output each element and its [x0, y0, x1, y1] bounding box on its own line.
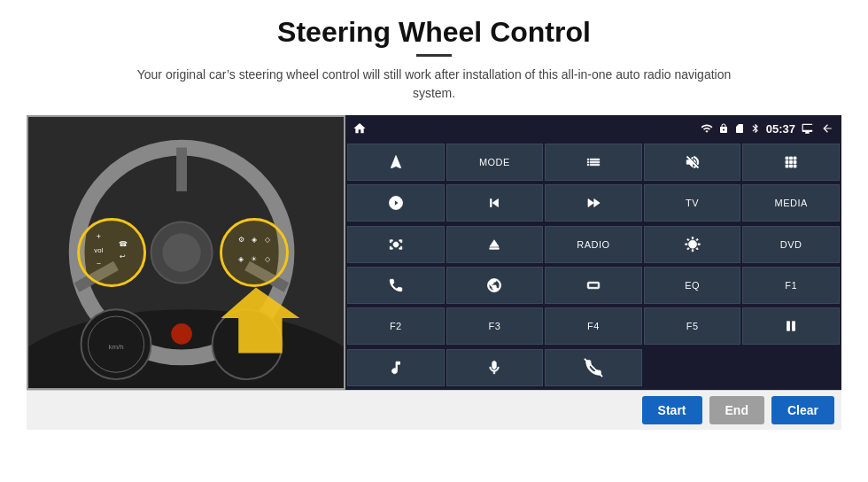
page-title: Steering Wheel Control	[277, 16, 591, 49]
home-icon	[353, 121, 367, 136]
btn-f5[interactable]: F5	[644, 307, 741, 345]
svg-point-25	[171, 323, 192, 345]
svg-point-8	[79, 219, 145, 285]
btn-apps[interactable]	[742, 144, 840, 181]
btn-eject[interactable]	[446, 226, 544, 263]
btn-f3[interactable]: F3	[446, 307, 544, 345]
btn-f2[interactable]: F2	[347, 307, 445, 345]
svg-text:◈: ◈	[238, 255, 244, 263]
btn-empty-1	[644, 349, 741, 386]
btn-empty-2	[742, 349, 840, 386]
clear-button[interactable]: Clear	[771, 396, 834, 424]
lock-icon	[718, 122, 729, 135]
svg-line-27	[585, 359, 602, 377]
svg-text:⚙: ⚙	[238, 236, 244, 244]
sim-icon	[734, 122, 745, 135]
svg-text:↩: ↩	[120, 253, 126, 260]
svg-text:vol: vol	[94, 246, 103, 254]
bluetooth-icon	[750, 122, 761, 135]
svg-text:+: +	[97, 232, 101, 241]
svg-text:◇: ◇	[265, 236, 271, 244]
wifi-icon	[701, 122, 713, 135]
control-panel: 05:37 MODE	[345, 115, 841, 390]
btn-fast-forward[interactable]	[545, 184, 642, 222]
status-time: 05:37	[766, 122, 795, 136]
btn-dvd[interactable]: DVD	[742, 226, 840, 263]
title-divider	[416, 54, 452, 57]
back-icon	[820, 122, 834, 135]
btn-360cam[interactable]	[347, 226, 445, 263]
screen-icon	[801, 122, 815, 135]
end-button[interactable]: End	[709, 396, 764, 424]
svg-text:☎: ☎	[119, 240, 128, 248]
btn-list[interactable]	[545, 144, 642, 181]
btn-rewind[interactable]	[446, 184, 544, 222]
svg-text:−: −	[97, 259, 101, 268]
action-bar: Start End Clear	[27, 390, 841, 430]
svg-text:km/h: km/h	[108, 343, 123, 351]
start-button[interactable]: Start	[642, 396, 702, 424]
btn-mic[interactable]	[446, 349, 544, 386]
svg-text:◈: ◈	[252, 236, 258, 244]
page-subtitle: Your original car’s steering wheel contr…	[124, 66, 744, 103]
btn-radio[interactable]: RADIO	[545, 226, 642, 263]
btn-brightness[interactable]	[644, 226, 741, 263]
svg-point-9	[221, 219, 287, 285]
btn-mode[interactable]: MODE	[446, 144, 544, 181]
btn-f1[interactable]: F1	[742, 267, 840, 304]
btn-f4[interactable]: F4	[545, 307, 642, 345]
btn-aspect[interactable]	[545, 267, 642, 304]
btn-media[interactable]: MEDIA	[742, 184, 840, 222]
btn-play-pause[interactable]	[742, 307, 840, 345]
steering-wheel-image: + vol − ☎ ↩ ⚙ ◈ ◇ ◈ ☀ ◇ km/h	[27, 115, 345, 390]
btn-music[interactable]	[347, 349, 445, 386]
svg-point-7	[162, 233, 200, 271]
svg-text:☀: ☀	[251, 255, 257, 263]
status-bar: 05:37	[345, 115, 841, 142]
btn-globe[interactable]	[446, 267, 544, 304]
btn-eq[interactable]: EQ	[644, 267, 741, 304]
btn-settings-circle[interactable]	[347, 184, 445, 222]
btn-mute[interactable]	[644, 144, 741, 181]
btn-phone-mute[interactable]	[545, 349, 642, 386]
btn-phone[interactable]	[347, 267, 445, 304]
svg-text:◇: ◇	[265, 255, 271, 263]
btn-navigate[interactable]	[347, 144, 445, 181]
btn-tv[interactable]: TV	[644, 184, 741, 222]
control-button-grid: MODE TV	[345, 142, 841, 390]
